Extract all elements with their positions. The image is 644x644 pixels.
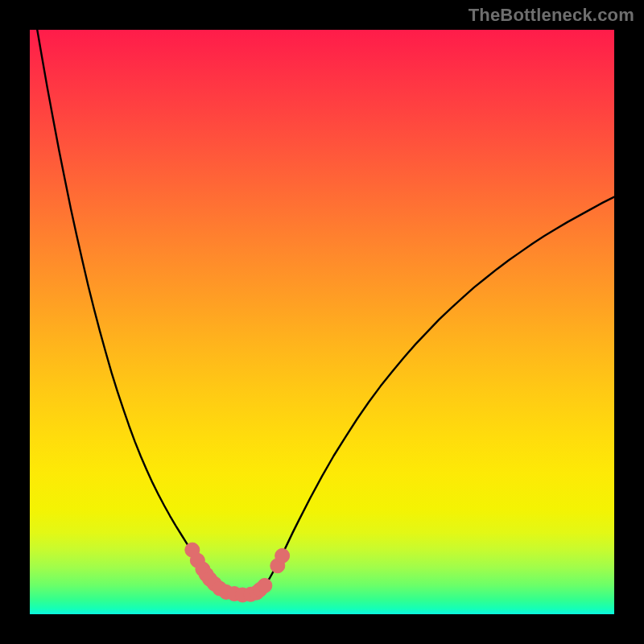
curve-marker xyxy=(258,578,272,592)
bottleneck-curve xyxy=(30,30,614,595)
chart-frame: TheBottleneck.com xyxy=(0,0,644,644)
curve-marker xyxy=(275,548,290,563)
chart-svg xyxy=(30,30,614,614)
chart-plot-area xyxy=(30,30,614,614)
watermark-text: TheBottleneck.com xyxy=(469,5,634,26)
